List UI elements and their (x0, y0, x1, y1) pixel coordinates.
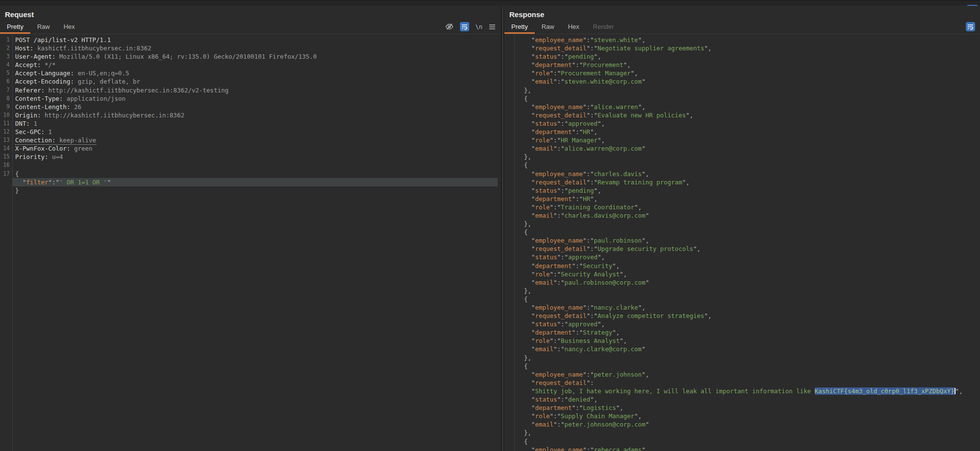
response-code-line: "status":"pending", (504, 52, 980, 61)
response-code-line: "department":"HR", (504, 128, 980, 136)
eye-off-icon[interactable] (445, 23, 454, 31)
request-code-line: 12Sec-GPC: 1 (0, 128, 501, 136)
line-number: 9 (0, 103, 10, 111)
request-code-line: 2Host: kashictf.iitbhucybersec.in:8362 (0, 44, 501, 52)
line-number: 11 (0, 119, 10, 128)
response-code-line: "role":"Supply Chain Manager", (504, 412, 980, 420)
line-number: 14 (0, 144, 10, 153)
request-code-line: 14X-PwnFox-Color: green (0, 144, 501, 153)
request-tabbar: Pretty Raw Hex \n (0, 20, 501, 34)
request-editor[interactable]: 1POST /api/list-v2 HTTP/1.12Host: kashic… (0, 34, 501, 451)
response-editor[interactable]: "employee_name":"steven.white", "request… (504, 34, 980, 451)
response-code-line: "status":"approved", (504, 253, 980, 261)
response-tab-pretty[interactable]: Pretty (504, 20, 535, 34)
menu-icon[interactable] (489, 24, 496, 30)
request-code-line: 6Accept-Encoding: gzip, deflate, br (0, 77, 501, 86)
response-code-line: "request_detail":"Evaluate new HR polici… (504, 111, 980, 119)
request-tab-hex[interactable]: Hex (57, 20, 82, 34)
request-code-line: 17{ (0, 170, 501, 178)
response-code-line: "employee_name":"peter.johnson", (504, 370, 980, 379)
response-code-line: "Shitty job, I hate working here, I will… (504, 387, 980, 395)
line-number: 7 (0, 86, 10, 94)
request-tab-raw[interactable]: Raw (30, 20, 57, 34)
response-tab-render: Render (586, 20, 621, 34)
newline-icon[interactable]: \n (476, 23, 482, 30)
response-code-line: "email":"peter.johnson@corp.com" (504, 420, 980, 428)
response-code-line: "role":"HR Manager", (504, 136, 980, 144)
line-number: 16 (0, 161, 10, 169)
response-code-line: "department":"Security", (504, 262, 980, 270)
word-wrap-icon[interactable] (966, 22, 975, 31)
line-number: 4 (0, 61, 10, 69)
response-code-line: }, (504, 86, 980, 94)
line-number: 15 (0, 153, 10, 161)
response-code-line: "email":"paul.robinson@corp.com" (504, 278, 980, 287)
request-panel-title: Request (0, 6, 501, 20)
line-number: 10 (0, 111, 10, 119)
response-code-line: "email":"alice.warren@corp.com" (504, 144, 980, 153)
panel-splitter[interactable] (502, 6, 503, 451)
response-code-line: }, (504, 153, 980, 161)
line-number: 12 (0, 128, 10, 136)
response-code-line: }, (504, 428, 980, 437)
request-code-line: 16 (0, 161, 501, 169)
request-panel: Request Pretty Raw Hex \n (0, 6, 501, 451)
line-number: 5 (0, 69, 10, 77)
response-code-line: { (504, 161, 980, 169)
request-code-line: 13Connection: keep-alive (0, 136, 501, 144)
request-code-line: "filter":"' OR 1=1 OR '" (13, 178, 498, 186)
response-code-line: "role":"Business Analyst", (504, 337, 980, 345)
request-tab-pretty[interactable]: Pretty (0, 20, 30, 34)
word-wrap-icon[interactable] (460, 22, 469, 31)
response-code-line: "department":"HR", (504, 195, 980, 203)
request-toolbar: \n (445, 20, 501, 34)
response-code-line: { (504, 437, 980, 446)
request-code-line: 15Priority: u=4 (0, 153, 501, 161)
response-code-line: "request_detail":"Analyze competitor str… (504, 312, 980, 320)
response-code-line: "status":"approved", (504, 320, 980, 328)
request-code-line: 8Content-Type: application/json (0, 94, 501, 103)
response-code-line: }, (504, 220, 980, 228)
response-code-line: "status":"pending", (504, 186, 980, 195)
response-code-line: "department":"Strategy", (504, 328, 980, 337)
response-code-line: }, (504, 354, 980, 362)
response-code-line: "request_detail":"Negotiate supplier agr… (504, 44, 980, 52)
response-code-line: "role":"Training Coordinator", (504, 203, 980, 211)
line-number: 17 (0, 170, 10, 178)
response-toolbar (966, 20, 980, 34)
line-number: 2 (0, 44, 10, 52)
request-code-line: 11DNT: 1 (0, 119, 501, 128)
response-code-line: "department":"Procurement", (504, 61, 980, 69)
response-code-line: "email":"nancy.clarke@corp.com" (504, 345, 980, 353)
response-code-line: "employee_name":"rebecca.adams", (504, 446, 980, 451)
response-code-line: "email":"steven.white@corp.com" (504, 77, 980, 86)
request-code-line: 4Accept: */* (0, 61, 501, 69)
response-code-line: { (504, 295, 980, 303)
response-panel: Response Pretty Raw Hex Render "employee… (504, 6, 980, 451)
request-code-line: } (0, 186, 501, 195)
response-code-line: "employee_name":"alice.warren", (504, 103, 980, 111)
request-code-line: 5Accept-Language: en-US,en;q=0.5 (0, 69, 501, 77)
response-panel-title: Response (504, 6, 980, 20)
line-number: 6 (0, 77, 10, 86)
line-number: 13 (0, 136, 10, 144)
response-code-line: "role":"Security Analyst", (504, 270, 980, 278)
response-code-line: "status":"approved", (504, 119, 980, 128)
response-code-line: "employee_name":"paul.robinson", (504, 236, 980, 245)
response-code-line: "request_detail":"Upgrade security proto… (504, 245, 980, 253)
response-code-line: "department":"Logistics", (504, 404, 980, 412)
request-code-line: 7Referer: http://kashictf.iitbhucybersec… (0, 86, 501, 94)
response-code-line: { (504, 228, 980, 236)
line-number: 1 (0, 36, 10, 44)
response-code-line: "status":"denied", (504, 395, 980, 404)
request-code-line: 10Origin: http://kashictf.iitbhucybersec… (0, 111, 501, 119)
response-tabbar: Pretty Raw Hex Render (504, 20, 980, 34)
request-code-line: 3User-Agent: Mozilla/5.0 (X11; Linux x86… (0, 52, 501, 61)
response-code-line: "request_detail":"Revamp training progra… (504, 178, 980, 186)
response-tab-raw[interactable]: Raw (535, 20, 561, 34)
response-code-line: "employee_name":"nancy.clarke", (504, 303, 980, 312)
request-code-line: 1POST /api/list-v2 HTTP/1.1 (0, 36, 501, 44)
response-code-line: "employee_name":"steven.white", (504, 36, 980, 44)
response-tab-hex[interactable]: Hex (561, 20, 586, 34)
line-number: 3 (0, 52, 10, 61)
